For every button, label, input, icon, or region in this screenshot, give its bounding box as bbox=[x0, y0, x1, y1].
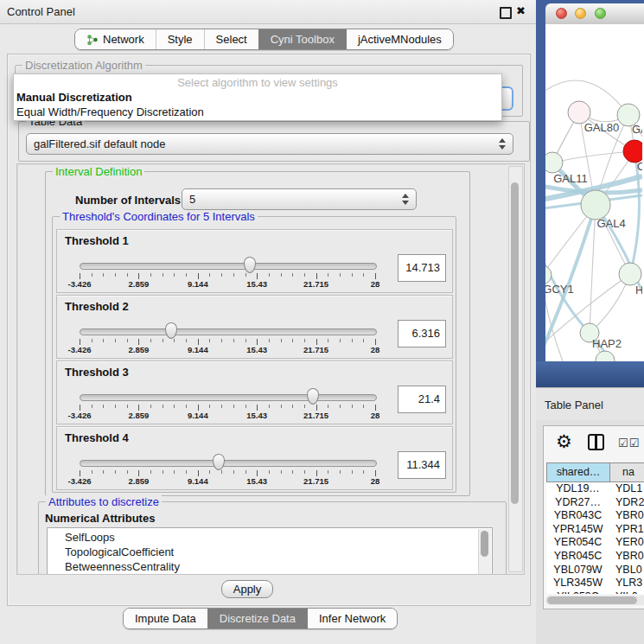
network-edge[interactable] bbox=[552, 151, 634, 163]
cell-name[interactable]: YLR3 bbox=[609, 577, 642, 590]
threshold-1-slider[interactable]: -3.4262.8599.14415.4321.71528 bbox=[80, 256, 375, 289]
cell-shared-name[interactable]: YLR345W bbox=[546, 577, 609, 590]
table-row[interactable]: YBL079WYBL0 bbox=[546, 564, 644, 577]
table-data-value: galFiltered.sif default node bbox=[34, 137, 494, 150]
node-h[interactable] bbox=[619, 263, 641, 285]
node-unlabeled[interactable] bbox=[596, 351, 615, 361]
threshold-2-value-field[interactable]: 6.316 bbox=[398, 320, 446, 348]
column-header-shared-[interactable]: shared… bbox=[546, 462, 610, 482]
column-header-na[interactable]: na bbox=[610, 462, 644, 482]
tab-cyni-toolbox[interactable]: Cyni Toolbox bbox=[258, 29, 346, 49]
tick-label: 9.144 bbox=[188, 345, 208, 354]
threshold-4-value-field[interactable]: 11.344 bbox=[398, 451, 446, 479]
list-scrollbar[interactable] bbox=[478, 529, 491, 575]
threshold-3-value-field[interactable]: 21.4 bbox=[398, 386, 446, 413]
tab-label: Network bbox=[103, 33, 144, 46]
attribute-item-topologicalcoefficient[interactable]: TopologicalCoefficient bbox=[48, 545, 478, 559]
cell-name[interactable]: YDR2 bbox=[609, 496, 644, 510]
node-gal11[interactable] bbox=[545, 152, 563, 173]
cell-shared-name[interactable]: YDL19… bbox=[546, 482, 609, 496]
network-canvas[interactable]: GAL80GACGAL11GAL4GCY1HHAP2 bbox=[545, 24, 644, 361]
gear-icon[interactable]: ⚙ bbox=[556, 431, 572, 452]
close-icon[interactable]: ✖ bbox=[516, 4, 526, 17]
slider-track[interactable] bbox=[80, 328, 377, 335]
minimize-traffic-light-icon[interactable] bbox=[575, 8, 586, 19]
table-row[interactable]: YPR145WYPR1 bbox=[546, 523, 644, 537]
cell-name[interactable]: YPR1 bbox=[609, 523, 644, 537]
threshold-1-value-field[interactable]: 14.713 bbox=[398, 254, 446, 282]
tick-label: 9.144 bbox=[188, 476, 208, 486]
cell-shared-name[interactable]: YBL079W bbox=[546, 564, 609, 577]
table-h-scrollbar[interactable] bbox=[545, 596, 644, 605]
node-gcy1[interactable] bbox=[545, 265, 552, 284]
slider-thumb[interactable] bbox=[213, 454, 225, 470]
cell-shared-name[interactable]: YBR043C bbox=[546, 509, 609, 523]
table-row[interactable]: YBR043CYBR0 bbox=[546, 509, 644, 523]
tab-jactivemnodules[interactable]: jActiveMNodules bbox=[346, 29, 453, 49]
tab-impute-data[interactable]: Impute Data bbox=[124, 609, 207, 628]
slider-ticks: -3.4262.8599.14415.4321.71528 bbox=[80, 470, 375, 486]
table-row[interactable]: YDR27…YDR2 bbox=[546, 496, 644, 510]
settings-scrollbar[interactable] bbox=[508, 166, 523, 572]
table-panel-titlebar: Table Panel bbox=[536, 387, 644, 422]
threshold-3-slider[interactable]: -3.4262.8599.14415.4321.71528 bbox=[80, 387, 375, 420]
cell-name[interactable]: YBL0 bbox=[609, 564, 642, 577]
panel-title: Control Panel bbox=[7, 0, 75, 23]
tab-discretize-data[interactable]: Discretize Data bbox=[207, 609, 307, 628]
cell-name[interactable]: YBR0 bbox=[609, 509, 644, 523]
select-columns-icon[interactable]: ☑☑ bbox=[618, 437, 640, 450]
list-scrollbar-thumb[interactable] bbox=[481, 531, 488, 557]
columns-icon[interactable] bbox=[588, 434, 604, 450]
tab-select[interactable]: Select bbox=[204, 29, 258, 49]
apply-button[interactable]: Apply bbox=[221, 580, 273, 598]
cell-name[interactable]: YER0 bbox=[609, 536, 644, 550]
network-icon bbox=[86, 34, 99, 46]
table-row[interactable]: YBR045CYBR0 bbox=[546, 550, 644, 564]
option-manual-discretization[interactable]: Manual Discretization bbox=[14, 90, 501, 105]
slider-track[interactable] bbox=[80, 460, 377, 467]
table-rows: YDL19…YDL1YDR27…YDR2YBR043CYBR0YPR145WYP… bbox=[546, 482, 644, 594]
cell-name[interactable]: YIL0 bbox=[609, 590, 638, 594]
cell-shared-name[interactable]: YBR045C bbox=[546, 550, 609, 564]
cell-shared-name[interactable]: YER054C bbox=[546, 536, 609, 550]
cell-shared-name[interactable]: YPR145W bbox=[546, 523, 609, 537]
attribute-item-selfloops[interactable]: SelfLoops bbox=[48, 530, 478, 545]
slider-thumb[interactable] bbox=[244, 257, 256, 273]
tab-network[interactable]: Network bbox=[75, 29, 156, 49]
tick-label: 15.43 bbox=[246, 476, 267, 486]
slider-thumb[interactable] bbox=[165, 322, 177, 339]
threshold-2-slider[interactable]: -3.4262.8599.14415.4321.71528 bbox=[80, 322, 375, 354]
table-row[interactable]: YDL19…YDL1 bbox=[546, 482, 644, 496]
float-window-icon[interactable] bbox=[500, 7, 512, 19]
slider-track[interactable] bbox=[80, 394, 377, 401]
slider-ticks: -3.4262.8599.14415.4321.71528 bbox=[80, 405, 375, 420]
settings-scrollbar-thumb[interactable] bbox=[511, 182, 519, 504]
cell-name[interactable]: YBR0 bbox=[609, 550, 644, 564]
close-traffic-light-icon[interactable] bbox=[556, 8, 567, 19]
cell-name[interactable]: YDL1 bbox=[609, 482, 642, 496]
threshold-4-slider[interactable]: -3.4262.8599.14415.4321.71528 bbox=[80, 453, 375, 486]
network-graph[interactable]: GAL80GACGAL11GAL4GCY1HHAP2 bbox=[545, 24, 642, 361]
option-equal-width-frequency-discretization[interactable]: Equal Width/Frequency Discretization bbox=[14, 105, 501, 119]
table-row[interactable]: YLR345WYLR3 bbox=[546, 577, 644, 590]
zoom-traffic-light-icon[interactable] bbox=[595, 8, 606, 19]
number-of-intervals-combobox[interactable]: 5 bbox=[182, 188, 417, 210]
table-h-scrollbar-thumb[interactable] bbox=[547, 596, 637, 604]
table-row[interactable]: YER054CYER0 bbox=[546, 536, 644, 550]
tab-infer-network[interactable]: Infer Network bbox=[307, 609, 397, 628]
cell-shared-name[interactable]: YIL053C bbox=[546, 590, 609, 594]
cell-shared-name[interactable]: YDR27… bbox=[546, 496, 609, 510]
slider-track[interactable] bbox=[80, 263, 377, 270]
tab-style[interactable]: Style bbox=[156, 29, 204, 49]
table-row[interactable]: YIL053CYIL0 bbox=[546, 590, 644, 594]
tick-label: 28 bbox=[371, 279, 380, 289]
network-window-titlebar[interactable] bbox=[545, 3, 644, 25]
table-data-combobox[interactable]: galFiltered.sif default node bbox=[26, 133, 513, 155]
tab-label: jActiveMNodules bbox=[358, 33, 442, 46]
node-label: HAP2 bbox=[592, 337, 622, 350]
attribute-item-betweennesscentrality[interactable]: BetweennessCentrality bbox=[48, 559, 478, 574]
slider-thumb[interactable] bbox=[307, 388, 319, 405]
node-gal4[interactable] bbox=[581, 190, 610, 220]
control-panel-titlebar: Control Panel ✖ bbox=[0, 0, 536, 24]
control-panel-tab-bar: NetworkStyleSelectCyni ToolboxjActiveMNo… bbox=[74, 29, 454, 50]
